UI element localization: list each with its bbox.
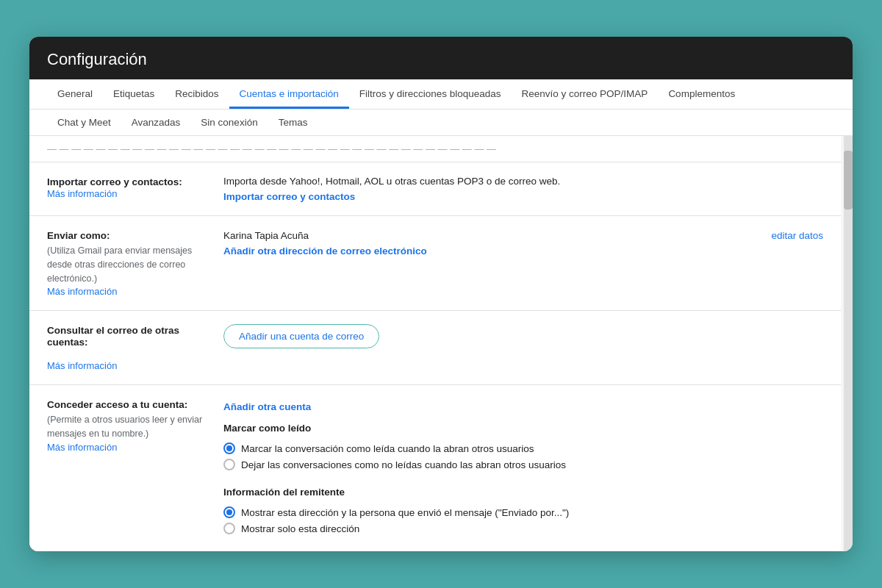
enviar-label: Enviar como: (Utiliza Gmail para enviar … (47, 229, 223, 297)
truncated-text: — — — — — — — — — — — — — — — — — — — — … (47, 143, 496, 154)
enviar-action-link[interactable]: Añadir otra dirección de correo electrón… (223, 245, 709, 257)
marcar-radio-group: Marcar la conversación como leída cuando… (223, 442, 811, 475)
radio-dejar-no-leido[interactable] (223, 459, 235, 470)
anadir-cuenta-correo-button[interactable]: Añadir una cuenta de correo (223, 324, 379, 348)
enviar-mas-info-link[interactable]: Más información (47, 286, 117, 297)
importar-action-link[interactable]: Importar correo y contactos (223, 191, 811, 202)
radio-marcar-leido[interactable] (223, 442, 235, 454)
tab-avanzadas[interactable]: Avanzadas (121, 110, 191, 135)
radio-mostrar-direccion-persona-label: Mostrar esta dirección y la persona que … (241, 507, 569, 518)
radio-mostrar-solo-direccion-label: Mostrar solo esta dirección (241, 523, 359, 534)
conceder-label: Conceder acceso a tu cuenta: (Permite a … (47, 398, 223, 453)
settings-list: — — — — — — — — — — — — — — — — — — — — … (29, 136, 841, 551)
enviar-value: Karina Tapia Acuña Añadir otra dirección… (223, 229, 720, 257)
tab-chat-meet[interactable]: Chat y Meet (47, 110, 121, 135)
page-title: Configuración (47, 50, 147, 68)
conceder-mas-info-link[interactable]: Más información (47, 442, 117, 453)
anadir-otra-cuenta-link[interactable]: Añadir otra cuenta (223, 401, 811, 412)
tab-temas[interactable]: Temas (268, 110, 318, 135)
settings-window: Configuración General Etiquetas Recibido… (29, 37, 853, 551)
conceder-row: Conceder acceso a tu cuenta: (Permite a … (29, 385, 841, 551)
tab-complementos[interactable]: Complementos (658, 79, 745, 109)
radio-item-4: Mostrar solo esta dirección (223, 523, 811, 534)
nav-row1: General Etiquetas Recibidos Cuentas e im… (29, 79, 853, 110)
remitente-radio-group: Mostrar esta dirección y la persona que … (223, 506, 811, 539)
enviar-row: Enviar como: (Utiliza Gmail para enviar … (29, 216, 841, 311)
radio-item-1: Marcar la conversación como leída cuando… (223, 442, 811, 454)
tab-general[interactable]: General (47, 79, 103, 109)
radio-mostrar-direccion-persona[interactable] (223, 506, 235, 518)
tab-recibidos[interactable]: Recibidos (165, 79, 229, 109)
consultar-row: Consultar el correo de otras cuentas: Má… (29, 311, 841, 385)
consultar-mas-info-link[interactable]: Más información (47, 360, 117, 371)
importar-row: Importar correo y contactos: Más informa… (29, 162, 841, 216)
tab-sin-conexion[interactable]: Sin conexión (190, 110, 268, 135)
remitente-title: Información del remitente (223, 487, 811, 498)
consultar-label: Consultar el correo de otras cuentas: Má… (47, 324, 223, 371)
user-name: Karina Tapia Acuña (223, 230, 309, 241)
importar-label: Importar correo y contactos: Más informa… (47, 176, 223, 199)
radio-marcar-leido-label: Marcar la conversación como leída cuando… (241, 443, 534, 454)
title-bar: Configuración (29, 37, 853, 79)
truncated-row: — — — — — — — — — — — — — — — — — — — — … (29, 136, 841, 162)
conceder-value: Añadir otra cuenta Marcar como leído Mar… (223, 398, 823, 539)
enviar-action: editar datos (720, 229, 823, 241)
importar-value: Importa desde Yahoo!, Hotmail, AOL u otr… (223, 176, 823, 202)
radio-item-2: Dejar las conversaciones como no leídas … (223, 459, 811, 470)
scrollbar-track[interactable] (844, 136, 853, 551)
tab-etiquetas[interactable]: Etiquetas (103, 79, 165, 109)
editar-datos-link[interactable]: editar datos (771, 230, 823, 241)
scrollbar-thumb[interactable] (844, 151, 853, 209)
importar-desc: Importa desde Yahoo!, Hotmail, AOL u otr… (223, 176, 811, 187)
importar-mas-info-link[interactable]: Más información (47, 188, 117, 199)
consultar-value: Añadir una cuenta de correo (223, 324, 823, 348)
tab-cuentas[interactable]: Cuentas e importación (229, 79, 349, 109)
radio-item-3: Mostrar esta dirección y la persona que … (223, 506, 811, 518)
tab-reenvio[interactable]: Reenvío y correo POP/IMAP (512, 79, 659, 109)
marcar-title: Marcar como leído (223, 423, 811, 434)
tab-filtros[interactable]: Filtros y direcciones bloqueadas (349, 79, 512, 109)
radio-dejar-no-leido-label: Dejar las conversaciones como no leídas … (241, 459, 566, 470)
nav-row2: Chat y Meet Avanzadas Sin conexión Temas (29, 110, 853, 136)
radio-mostrar-solo-direccion[interactable] (223, 523, 235, 534)
content-area: — — — — — — — — — — — — — — — — — — — — … (29, 136, 853, 551)
